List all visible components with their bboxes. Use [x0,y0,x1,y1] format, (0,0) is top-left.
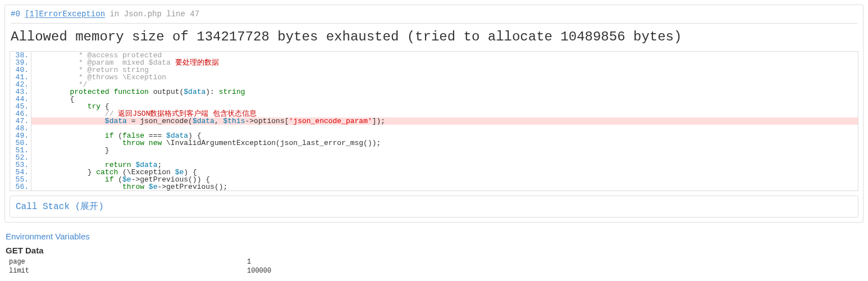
get-key: limit [6,267,247,275]
exception-header: #0 [1]ErrorException in Json.php line 47 [5,5,863,21]
get-key: page [6,258,247,266]
code-line: 51. } [10,147,858,154]
code-content: throw new \InvalidArgumentException(json… [31,139,858,147]
code-line: 56. throw $e->getPrevious(); [10,183,858,191]
env-section: Environment Variables GET Data page1limi… [4,227,864,281]
error-link[interactable]: [1]ErrorException [25,10,105,19]
source-code: 38. * @access protected39. * @param mixe… [10,51,858,191]
exception-message: Allowed memory size of 134217728 bytes e… [5,24,863,51]
get-value: 1 [247,258,862,266]
get-row: limit100000 [6,266,862,275]
error-panel: #0 [1]ErrorException in Json.php line 47… [4,4,864,223]
code-content: { [31,96,858,103]
get-value: 100000 [247,267,862,275]
trace-index: #0 [11,10,20,19]
env-title[interactable]: Environment Variables [6,232,862,241]
line-number: 56. [10,183,31,191]
code-line: 47. $data = json_encode($data, $this->op… [10,117,858,125]
code-line: 50. throw new \InvalidArgumentException(… [10,139,858,147]
code-content: throw $e->getPrevious(); [31,183,858,191]
code-line: 41. * @throws \Exception [10,74,858,81]
get-row: page1 [6,257,862,266]
code-content: } [31,147,858,154]
code-line: 44. { [10,96,858,103]
callstack-section: Call Stack (展开) [10,196,858,217]
code-line: 43. protected function output($data): st… [10,88,858,96]
callstack-toggle[interactable]: Call Stack (展开) [16,202,104,212]
in-word: in [109,10,119,19]
code-content: protected function output($data): string [31,88,858,96]
get-data-table: page1limit100000 [6,257,862,275]
code-content: * @throws \Exception [31,74,858,81]
code-content: $data = json_encode($data, $this->option… [31,117,858,125]
get-data-title: GET Data [6,246,862,255]
code-content: * @param mixed $data 要处理的数据 [31,59,858,66]
file-location: Json.php line 47 [124,10,199,19]
